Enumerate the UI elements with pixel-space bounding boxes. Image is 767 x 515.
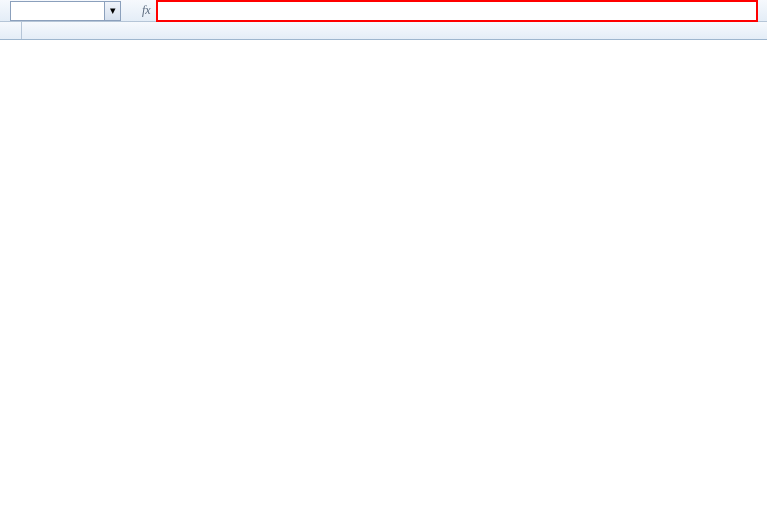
formula-bar[interactable] xyxy=(157,1,757,21)
formula-bar-row: ▾ fx xyxy=(0,0,767,22)
formula-highlight xyxy=(156,0,758,22)
column-headers xyxy=(0,22,767,40)
select-all-cell[interactable] xyxy=(0,22,22,39)
name-box[interactable] xyxy=(10,1,105,21)
fx-icon[interactable]: fx xyxy=(142,3,151,18)
name-box-dropdown[interactable]: ▾ xyxy=(105,1,121,21)
